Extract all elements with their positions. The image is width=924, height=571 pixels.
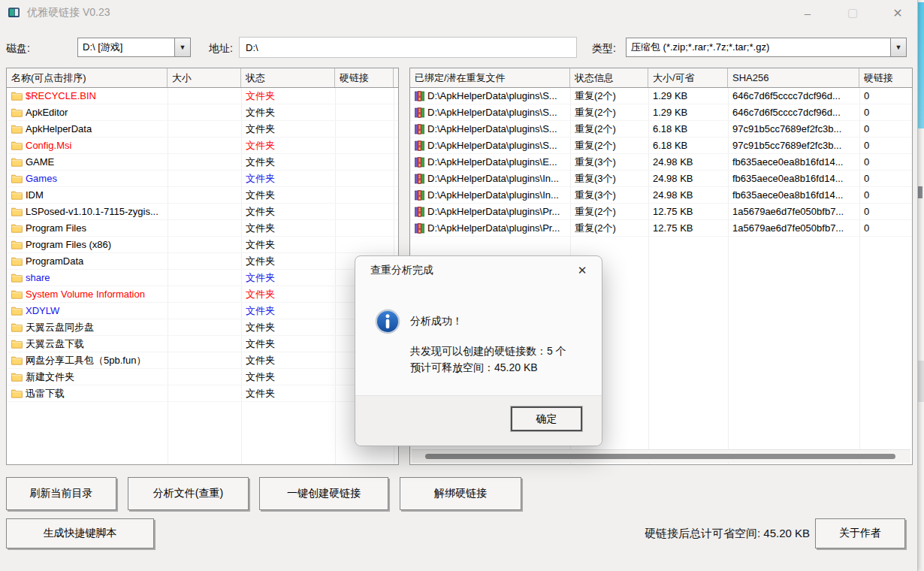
file-row[interactable]: GAME 文件夹 (7, 154, 398, 171)
scrollbar-thumb[interactable] (425, 454, 895, 459)
archive-icon (415, 157, 424, 168)
folder-icon (11, 322, 23, 332)
duplicate-sha256: 646c7d6f5cccc7dcf96d... (728, 90, 859, 101)
type-select[interactable]: 压缩包 (*.zip;*.rar;*.7z;*.tar;*.gz) ▼ (626, 38, 907, 57)
file-row[interactable]: Games 文件夹 (7, 171, 398, 187)
column-header-status[interactable]: 状态 (241, 68, 335, 87)
analysis-complete-dialog: 查重分析完成 ✕ 分析成功！ 共发现可以创建的硬链接数：5 个 预计可释放空间：… (355, 255, 602, 446)
file-row[interactable]: 网盘分享工具包（5pb.fun） 文件夹 (7, 352, 398, 369)
file-status: 文件夹 (241, 321, 335, 334)
maximize-button[interactable]: ▢ (840, 3, 865, 23)
duplicate-path: D:\ApkHelperData\plugins\In... (427, 173, 559, 184)
file-row[interactable]: ApkEditor 文件夹 (7, 104, 398, 121)
file-row[interactable]: Config.Msi 文件夹 (7, 137, 398, 154)
file-status: 文件夹 (241, 139, 335, 153)
column-header-size[interactable]: 大小 (168, 68, 241, 87)
duplicate-row[interactable]: D:\ApkHelperData\plugins\In... 重复(3个) 24… (410, 171, 912, 187)
duplicate-row[interactable]: D:\ApkHelperData\plugins\S... 重复(2个) 1.2… (410, 104, 912, 121)
duplicate-links: 0 (859, 173, 912, 184)
duplicate-size: 24.98 KB (648, 156, 728, 168)
folder-icon (11, 388, 23, 398)
duplicate-row[interactable]: D:\ApkHelperData\plugins\Pr... 重复(2个) 12… (410, 220, 912, 237)
duplicate-sha256: 1a5679ae6d7fe050bfb7... (728, 206, 859, 217)
file-name: ProgramData (26, 255, 83, 267)
address-input[interactable]: D:\ (239, 37, 577, 58)
disk-select-value: D:\ [游戏] (78, 41, 174, 54)
column-header-sha256[interactable]: SHA256 (728, 68, 859, 87)
create-hardlinks-button[interactable]: 一键创建硬链接 (259, 477, 388, 510)
file-row[interactable]: ApkHelperData 文件夹 (7, 121, 398, 137)
minimize-button[interactable]: – (795, 3, 820, 23)
window-title: 优雅硬链接 V0.23 (27, 6, 110, 20)
duplicate-row[interactable]: D:\ApkHelperData\plugins\S... 重复(2个) 6.1… (410, 137, 912, 154)
folder-icon (11, 223, 23, 233)
duplicate-row[interactable]: D:\ApkHelperData\plugins\Pr... 重复(2个) 12… (410, 204, 912, 220)
file-row[interactable]: IDM 文件夹 (7, 187, 398, 204)
duplicate-links: 0 (859, 123, 912, 134)
duplicate-row[interactable]: D:\ApkHelperData\plugins\In... 重复(3个) 24… (410, 187, 912, 204)
dialog-close-icon[interactable]: ✕ (573, 261, 591, 279)
file-list-header: 名称(可点击排序) 大小 状态 硬链接 (7, 68, 398, 88)
archive-icon (415, 190, 424, 201)
file-row[interactable]: System Volume Information 文件夹 (7, 286, 398, 303)
file-name: System Volume Information (26, 289, 145, 300)
file-row[interactable]: LSPosed-v1.10.1-7115-zygis... 文件夹 (7, 204, 398, 220)
file-row[interactable]: share 文件夹 (7, 270, 398, 286)
column-header-status-info[interactable]: 状态信息 (570, 68, 648, 87)
refresh-directory-button[interactable]: 刷新当前目录 (6, 477, 116, 510)
file-status: 文件夹 (241, 337, 335, 351)
duplicate-sha256: fb635aece0ea8b16fd14... (728, 173, 859, 184)
archive-icon (415, 107, 424, 118)
file-name: Program Files (26, 222, 86, 234)
file-name: 新建文件夹 (26, 370, 74, 384)
close-button[interactable]: ✕ (885, 3, 910, 23)
duplicate-size: 1.29 KB (648, 90, 728, 101)
duplicate-status: 重复(2个) (570, 106, 648, 119)
duplicate-path: D:\ApkHelperData\plugins\S... (427, 107, 557, 118)
file-status: 文件夹 (241, 255, 335, 268)
file-row[interactable]: Program Files 文件夹 (7, 220, 398, 237)
column-header-links[interactable]: 硬链接 (335, 68, 394, 87)
duplicate-path: D:\ApkHelperData\plugins\S... (427, 140, 557, 151)
duplicate-row[interactable]: D:\ApkHelperData\plugins\E... 重复(3个) 24.… (410, 154, 912, 171)
chevron-down-icon[interactable]: ▼ (174, 38, 190, 56)
file-row[interactable]: 新建文件夹 文件夹 (7, 369, 398, 385)
file-status: 文件夹 (241, 370, 335, 384)
archive-icon (415, 91, 424, 101)
archive-icon (415, 174, 424, 184)
file-row[interactable]: 迅雷下载 文件夹 (7, 385, 398, 402)
duplicate-row[interactable]: D:\ApkHelperData\plugins\S... 重复(2个) 6.1… (410, 121, 912, 137)
file-row[interactable]: ProgramData 文件夹 (7, 253, 398, 270)
column-header-links[interactable]: 硬链接 (859, 68, 912, 87)
analyze-files-button[interactable]: 分析文件(查重) (128, 477, 249, 510)
file-row[interactable]: 天翼云盘同步盘 文件夹 (7, 319, 398, 336)
file-row[interactable]: XDYLW 文件夹 (7, 303, 398, 319)
column-header-size-savable[interactable]: 大小/可省 (648, 68, 728, 87)
column-header-path[interactable]: 已绑定/潜在重复文件 (410, 68, 570, 87)
dialog-detail-links-count: 共发现可以创建的硬链接数：5 个 (410, 345, 566, 358)
savable-space-summary: 硬链接后总计可省空间: 45.20 KB (645, 527, 810, 541)
dialog-ok-button[interactable]: 确定 (511, 406, 582, 431)
file-name: GAME (26, 156, 54, 168)
duplicate-links: 0 (859, 90, 912, 101)
duplicate-status: 重复(2个) (570, 139, 648, 153)
info-icon (375, 309, 400, 334)
generate-script-button[interactable]: 生成快捷键脚本 (6, 518, 154, 548)
file-name: IDM (26, 189, 44, 201)
file-row[interactable]: 天翼云盘下载 文件夹 (7, 336, 398, 352)
horizontal-scrollbar[interactable] (412, 449, 910, 463)
duplicate-row[interactable]: D:\ApkHelperData\plugins\S... 重复(2个) 1.2… (410, 88, 912, 104)
duplicate-sha256: 1a5679ae6d7fe050bfb7... (728, 222, 859, 234)
file-name: Program Files (x86) (26, 239, 111, 250)
chevron-down-icon[interactable]: ▼ (890, 38, 906, 56)
file-status: 文件夹 (241, 89, 335, 103)
unbind-hardlinks-button[interactable]: 解绑硬链接 (400, 477, 521, 510)
duplicate-size: 12.75 KB (648, 222, 728, 234)
column-header-name[interactable]: 名称(可点击排序) (7, 68, 168, 87)
folder-icon (11, 256, 23, 266)
file-status: 文件夹 (241, 156, 335, 169)
about-author-button[interactable]: 关于作者 (815, 518, 905, 548)
disk-select[interactable]: D:\ [游戏] ▼ (77, 38, 191, 57)
file-row[interactable]: $RECYCLE.BIN 文件夹 (7, 88, 398, 104)
file-row[interactable]: Program Files (x86) 文件夹 (7, 237, 398, 253)
